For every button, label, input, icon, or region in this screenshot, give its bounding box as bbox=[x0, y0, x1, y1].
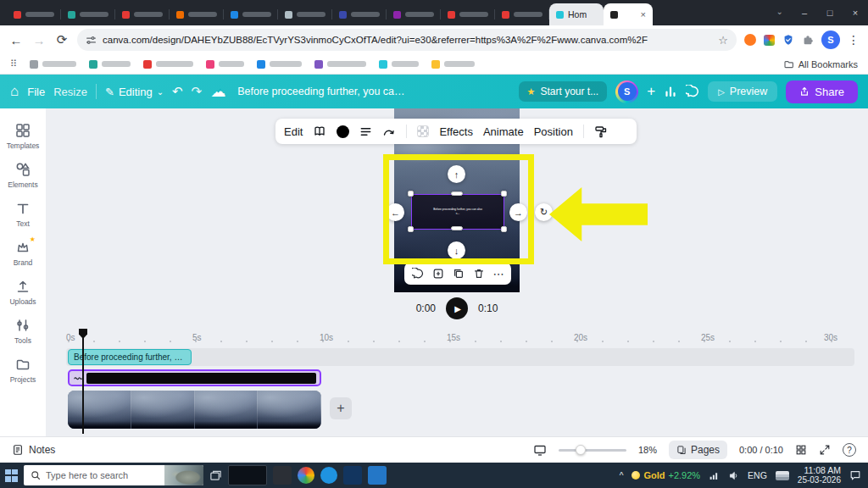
taskbar-app-icon[interactable] bbox=[273, 466, 292, 485]
bookmark-item[interactable] bbox=[206, 60, 244, 69]
taskbar-app-icon[interactable] bbox=[298, 467, 314, 484]
animate-button[interactable]: Animate bbox=[483, 125, 524, 138]
pages-button[interactable]: Pages bbox=[669, 441, 727, 459]
home-icon[interactable]: ⌂ bbox=[10, 83, 19, 100]
clock[interactable]: 11:08 AM 25-03-2026 bbox=[798, 465, 841, 486]
close-button[interactable]: × bbox=[843, 8, 868, 18]
apps-grid-icon[interactable]: ⠿ bbox=[10, 58, 17, 69]
start-button[interactable] bbox=[5, 469, 18, 482]
sidebar-item-tools[interactable]: Tools bbox=[0, 317, 46, 345]
bookmark-item[interactable] bbox=[89, 60, 131, 69]
browser-tab[interactable] bbox=[278, 3, 332, 25]
keyboard-layout-icon[interactable] bbox=[776, 471, 789, 480]
all-bookmarks-button[interactable]: All Bookmarks bbox=[783, 58, 858, 69]
gold-price-widget[interactable]: Gold +2.92% bbox=[632, 470, 700, 480]
text-curve-icon[interactable] bbox=[382, 125, 396, 138]
browser-tab[interactable] bbox=[332, 3, 387, 25]
edit-button[interactable]: Edit bbox=[284, 125, 303, 138]
taskbar-app-icon[interactable] bbox=[368, 466, 387, 485]
tab-close-icon[interactable]: × bbox=[641, 9, 646, 19]
share-button[interactable]: Share bbox=[786, 80, 858, 103]
browser-tab[interactable] bbox=[441, 3, 495, 25]
extension-icon[interactable] bbox=[744, 34, 756, 46]
bookmark-item[interactable] bbox=[431, 60, 475, 69]
taskbar-window-preview[interactable] bbox=[228, 465, 267, 485]
tab-list-chevron-icon[interactable]: ⌄ bbox=[776, 7, 783, 16]
file-menu[interactable]: File bbox=[27, 86, 45, 98]
text-color-swatch[interactable] bbox=[337, 125, 349, 138]
add-clip-button[interactable]: + bbox=[330, 397, 352, 419]
extension-icon[interactable] bbox=[764, 35, 775, 46]
comments-icon[interactable] bbox=[686, 85, 699, 98]
flip-book-icon[interactable] bbox=[313, 125, 326, 138]
bookmark-star-icon[interactable]: ☆ bbox=[718, 34, 728, 47]
bookmark-item[interactable] bbox=[379, 60, 419, 69]
browser-tab[interactable] bbox=[61, 3, 115, 25]
rotate-handle[interactable]: ↻ bbox=[535, 203, 553, 221]
browser-tab[interactable] bbox=[170, 3, 224, 25]
add-page-icon[interactable] bbox=[432, 268, 444, 280]
volume-icon[interactable] bbox=[728, 470, 739, 481]
language-indicator[interactable]: ENG bbox=[748, 470, 767, 480]
delete-icon[interactable] bbox=[473, 268, 485, 280]
network-icon[interactable] bbox=[709, 470, 720, 481]
start-trial-button[interactable]: ★ Start your t... bbox=[519, 81, 608, 102]
transparency-icon[interactable] bbox=[417, 125, 429, 137]
url-input[interactable]: canva.com/design/DAHEYbZUB88/EcTVyrYS3vi… bbox=[77, 29, 737, 51]
user-avatar[interactable]: S bbox=[615, 80, 638, 103]
fit-screen-icon[interactable] bbox=[533, 443, 547, 457]
sidebar-item-text[interactable]: Text bbox=[0, 200, 46, 228]
browser-tab[interactable] bbox=[224, 3, 278, 25]
notification-center-icon[interactable] bbox=[849, 469, 861, 481]
duplicate-icon[interactable] bbox=[453, 268, 465, 280]
zoom-slider-knob[interactable] bbox=[576, 445, 586, 455]
effects-button[interactable]: Effects bbox=[439, 125, 473, 138]
task-view-icon[interactable] bbox=[209, 469, 222, 482]
tray-expand-icon[interactable]: ^ bbox=[620, 471, 624, 480]
position-button[interactable]: Position bbox=[534, 125, 573, 138]
zoom-slider[interactable] bbox=[559, 449, 626, 452]
minimize-button[interactable]: – bbox=[792, 8, 817, 18]
spacing-icon[interactable] bbox=[359, 125, 372, 138]
bookmark-item[interactable] bbox=[30, 60, 76, 69]
add-member-icon[interactable]: + bbox=[647, 83, 655, 100]
clip-duration-bar[interactable] bbox=[86, 373, 316, 384]
browser-tab-home[interactable]: Hom bbox=[549, 3, 604, 25]
windows-search-box[interactable]: Type here to search bbox=[24, 465, 203, 485]
sidebar-item-templates[interactable]: Templates bbox=[0, 122, 46, 150]
back-icon[interactable]: ← bbox=[8, 33, 24, 47]
resize-menu[interactable]: Resize bbox=[53, 86, 87, 98]
redo-icon[interactable]: ↷ bbox=[192, 84, 203, 99]
grid-view-icon[interactable] bbox=[795, 444, 807, 456]
site-settings-icon[interactable] bbox=[86, 35, 97, 46]
text-clip-track[interactable] bbox=[68, 369, 321, 386]
bookmark-item[interactable] bbox=[143, 60, 193, 69]
sidebar-item-elements[interactable]: Elements bbox=[0, 161, 46, 189]
sidebar-item-projects[interactable]: Projects bbox=[0, 356, 46, 384]
help-button[interactable]: ? bbox=[843, 443, 856, 457]
taskbar-app-icon[interactable] bbox=[320, 467, 337, 484]
fullscreen-icon[interactable] bbox=[819, 444, 831, 456]
taskbar-app-icon[interactable] bbox=[343, 466, 362, 485]
editing-mode-menu[interactable]: ✎ Editing ⌄ bbox=[105, 86, 164, 98]
sidebar-item-brand[interactable]: ★ Brand bbox=[0, 239, 46, 267]
bookmark-item[interactable] bbox=[257, 60, 302, 69]
bookmark-item[interactable] bbox=[314, 60, 366, 69]
play-button[interactable]: ▶ bbox=[446, 297, 468, 319]
browser-tab[interactable] bbox=[387, 3, 441, 25]
more-options-icon[interactable]: ⋯ bbox=[493, 268, 504, 280]
browser-tab[interactable] bbox=[495, 3, 549, 25]
browser-tab[interactable] bbox=[7, 3, 61, 25]
extensions-puzzle-icon[interactable] bbox=[802, 34, 814, 46]
caption-track[interactable]: Before proceeding further, you... bbox=[68, 349, 192, 365]
maximize-button[interactable]: □ bbox=[817, 8, 843, 18]
comment-icon[interactable] bbox=[412, 268, 424, 280]
shield-extension-icon[interactable] bbox=[782, 34, 794, 46]
search-highlight-image[interactable] bbox=[164, 465, 203, 485]
forward-icon[interactable]: → bbox=[31, 33, 47, 47]
design-title[interactable]: Before proceeding further, you can also … bbox=[237, 86, 407, 97]
preview-button[interactable]: ▷ Preview bbox=[708, 81, 777, 102]
notes-button[interactable]: Notes bbox=[29, 444, 55, 456]
insights-chart-icon[interactable] bbox=[664, 85, 677, 98]
browser-tab-active[interactable]: × bbox=[604, 3, 653, 25]
